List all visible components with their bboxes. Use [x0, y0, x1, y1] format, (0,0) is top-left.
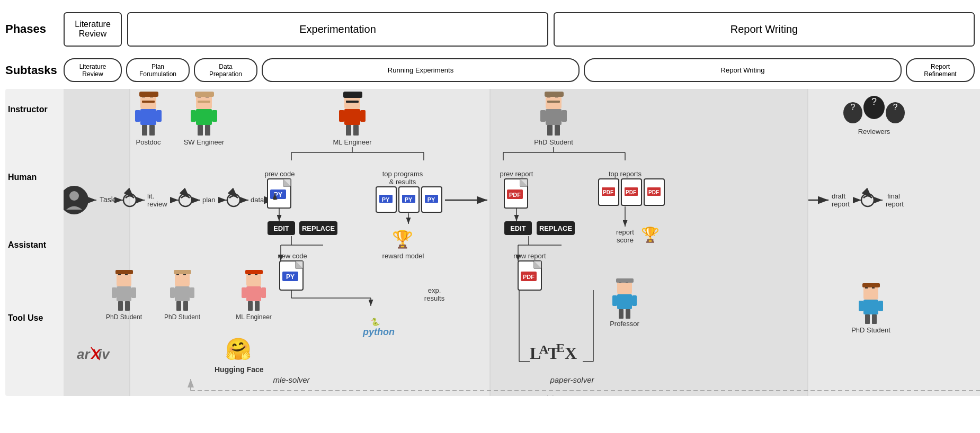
- svg-rect-204: [115, 270, 133, 274]
- svg-text:PhD Student: PhD Student: [851, 326, 890, 334]
- svg-rect-197: [878, 301, 883, 311]
- svg-rect-22: [195, 92, 214, 97]
- phase-experimentation-label: Experimentation: [299, 23, 376, 35]
- subtask-refinement: Report Refinement: [906, 58, 975, 82]
- svg-text:PDF: PDF: [603, 190, 613, 195]
- phase-experimentation: Experimentation: [127, 12, 548, 47]
- svg-text:new code: new code: [278, 252, 307, 260]
- svg-point-67: [69, 191, 79, 201]
- svg-text:report: report: [832, 200, 850, 208]
- diagram-area: Instructor Human Assistant Tool Use: [5, 89, 975, 396]
- svg-text:report revisions: report revisions: [515, 394, 566, 396]
- svg-rect-227: [261, 287, 266, 298]
- svg-text:PDF: PDF: [648, 190, 659, 195]
- svg-rect-1: [130, 89, 490, 396]
- svg-rect-215: [175, 286, 190, 301]
- svg-text:?: ?: [871, 96, 877, 107]
- svg-text:score: score: [617, 236, 634, 244]
- svg-rect-25: [212, 110, 217, 122]
- svg-rect-226: [242, 287, 246, 298]
- svg-text:draft: draft: [832, 192, 845, 200]
- svg-rect-216: [170, 287, 175, 298]
- svg-text:EDIT: EDIT: [273, 224, 289, 232]
- svg-rect-13: [135, 110, 140, 122]
- subtasks-row: Subtasks Literature Review Plan Forumula…: [5, 56, 975, 85]
- svg-rect-34: [344, 109, 360, 125]
- svg-text:🤗: 🤗: [225, 336, 252, 362]
- svg-rect-225: [246, 286, 261, 301]
- svg-rect-171: [626, 309, 630, 319]
- svg-text:reward model: reward model: [382, 252, 424, 260]
- svg-text:REPLACE: REPLACE: [302, 224, 335, 232]
- svg-text:& results: & results: [389, 178, 416, 186]
- svg-rect-15: [142, 125, 147, 136]
- svg-rect-217: [190, 287, 194, 298]
- svg-text:results: results: [424, 294, 445, 302]
- tool-use-label: Tool Use: [8, 313, 61, 323]
- svg-text:🐍: 🐍: [371, 318, 380, 327]
- svg-rect-219: [183, 301, 188, 311]
- svg-rect-194: [862, 283, 880, 287]
- svg-rect-214: [174, 270, 191, 274]
- svg-text:final: final: [887, 192, 900, 200]
- assistant-label: Assistant: [8, 240, 61, 250]
- svg-rect-52: [547, 125, 553, 136]
- subtask-lit-review: Literature Review: [64, 58, 122, 82]
- svg-rect-198: [865, 314, 870, 324]
- svg-text:mle-solver: mle-solver: [273, 375, 310, 384]
- svg-text:Task: Task: [100, 195, 115, 204]
- phase-lit-review-label: LiteratureReview: [75, 20, 111, 39]
- svg-rect-229: [255, 301, 260, 311]
- svg-rect-196: [859, 301, 863, 311]
- svg-rect-33: [343, 92, 362, 98]
- main-container: Phases LiteratureReview Experimentation …: [0, 0, 980, 433]
- svg-rect-48: [545, 92, 564, 97]
- svg-text:?: ?: [893, 103, 898, 112]
- svg-rect-32: [346, 101, 359, 103]
- svg-text:Postdoc: Postdoc: [136, 138, 161, 146]
- svg-rect-10: [142, 101, 155, 103]
- svg-rect-14: [156, 110, 162, 122]
- subtask-report-writing: Report Writing: [584, 58, 902, 82]
- svg-text:PhD Student: PhD Student: [534, 138, 573, 146]
- svg-rect-206: [112, 287, 117, 298]
- svg-text:report: report: [616, 228, 634, 236]
- svg-rect-53: [555, 125, 560, 136]
- svg-text:PY: PY: [405, 196, 413, 203]
- svg-text:?: ?: [851, 103, 856, 112]
- svg-text:EDIT: EDIT: [510, 224, 526, 232]
- subtask-plan: Plan Forumulation: [126, 58, 190, 82]
- svg-text:🏆: 🏆: [392, 229, 413, 249]
- phase-report-writing-label: Report Writing: [730, 23, 798, 35]
- svg-rect-21: [198, 101, 210, 103]
- svg-rect-168: [612, 295, 617, 306]
- svg-rect-167: [617, 294, 632, 309]
- svg-text:python: python: [362, 327, 395, 337]
- svg-rect-50: [540, 110, 546, 122]
- svg-rect-37: [346, 125, 351, 136]
- svg-text:top programs: top programs: [382, 170, 423, 178]
- svg-text:top reports: top reports: [609, 170, 642, 178]
- svg-text:paper-solver: paper-solver: [549, 375, 594, 384]
- subtasks-label: Subtasks: [5, 64, 64, 77]
- svg-text:ML Engineer: ML Engineer: [236, 313, 272, 321]
- svg-text:lit.: lit.: [147, 192, 154, 200]
- phase-report-writing: Report Writing: [554, 12, 975, 47]
- svg-text:prev report: prev report: [500, 170, 533, 178]
- svg-rect-38: [353, 125, 359, 136]
- svg-text:Hugging Face: Hugging Face: [215, 365, 264, 374]
- svg-text:data: data: [251, 196, 264, 204]
- svg-text:Reviewers: Reviewers: [858, 128, 890, 136]
- svg-rect-228: [248, 301, 253, 311]
- svg-text:plan: plan: [202, 196, 216, 204]
- phases-row: Phases LiteratureReview Experimentation …: [5, 5, 975, 53]
- subtask-data: Data Preparation: [194, 58, 257, 82]
- row-labels: Instructor Human Assistant Tool Use: [5, 89, 64, 396]
- svg-rect-207: [131, 287, 136, 298]
- svg-text:PhD Student: PhD Student: [164, 313, 201, 321]
- svg-text:PY: PY: [382, 196, 390, 203]
- svg-rect-195: [863, 300, 878, 314]
- svg-text:Professor: Professor: [610, 320, 639, 328]
- svg-text:review: review: [147, 200, 167, 208]
- svg-rect-208: [118, 301, 123, 311]
